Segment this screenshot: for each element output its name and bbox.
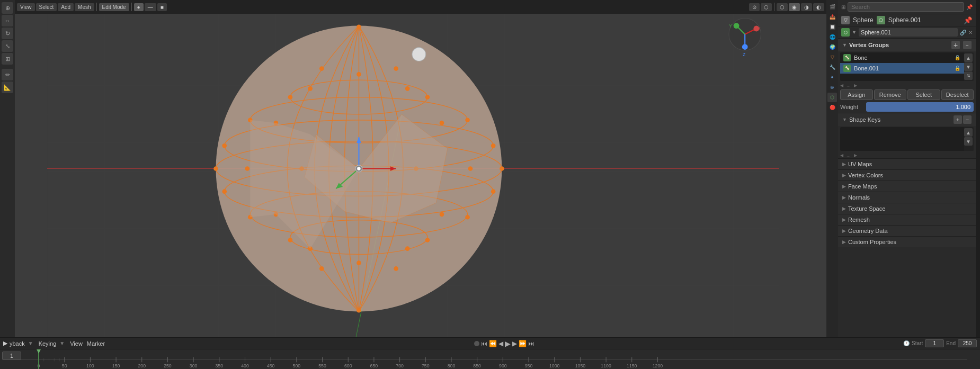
shape-key-up-btn[interactable]: ▲ (964, 128, 973, 137)
keying-label[interactable]: Keying (39, 340, 57, 347)
play-btn[interactable]: ▶ (505, 339, 511, 348)
solid-shading-btn[interactable]: ◉ (789, 3, 800, 11)
view-label[interactable]: View (70, 340, 83, 347)
cursor-tool-icon[interactable]: ⊕ (2, 2, 13, 14)
vg-collapse-arrow: ▼ (842, 42, 847, 48)
viewport-toolbar: View Select Add Mesh Edit Mode ● — ■ ⊙ ⬡… (15, 0, 826, 14)
bone-lock-btn[interactable]: 🔓 (954, 54, 961, 61)
jump-end-btn[interactable]: ⏭ (528, 340, 534, 347)
scale-tool-icon[interactable]: ⤡ (2, 40, 13, 52)
move-up-btn[interactable]: ▲ (964, 53, 973, 62)
sphere-canvas: X Y Z (0, 0, 826, 337)
face-maps-header[interactable]: ▶ Face Maps (838, 181, 976, 192)
remove-vertex-group-btn[interactable]: − (963, 41, 972, 49)
assign-btn[interactable]: Assign (840, 89, 873, 100)
move-tool-icon[interactable]: ↔ (2, 15, 13, 26)
jump-start-btn[interactable]: ⏮ (481, 340, 487, 347)
viewport-select-menu[interactable]: Select (36, 3, 57, 11)
remove-btn[interactable]: Remove (874, 89, 907, 100)
svg-text:750: 750 (422, 363, 430, 368)
measure-icon[interactable]: 📐 (2, 82, 13, 93)
svg-text:1100: 1100 (601, 363, 611, 368)
bone001-lock-btn[interactable]: 🔓 (954, 65, 961, 72)
world-props-icon[interactable]: 🌍 (827, 42, 837, 52)
transform-tool-icon[interactable]: ⊞ (2, 53, 13, 65)
remesh-title: Remesh (848, 217, 870, 223)
geometry-data-header[interactable]: ▶ Geometry Data (838, 226, 976, 236)
shape-keys-header[interactable]: ▼ Shape Keys + − (838, 113, 976, 126)
edge-select-mode[interactable]: — (145, 3, 156, 11)
shape-key-down-btn[interactable]: ▼ (964, 137, 973, 146)
list-next-btn[interactable]: ▶ (854, 83, 857, 88)
wireframe-shading-btn[interactable]: ⬡ (777, 3, 788, 11)
mesh-name-input[interactable] (859, 28, 958, 37)
viewport-add-menu[interactable]: Add (58, 3, 74, 11)
list-prev-btn[interactable]: ◀ (840, 83, 843, 88)
prev-keyframe-btn[interactable]: ◀ (498, 340, 503, 347)
svg-text:450: 450 (267, 363, 275, 368)
viewport-view-menu[interactable]: View (17, 3, 35, 11)
overlay-btn[interactable]: ⊙ (749, 3, 760, 11)
render-shading-btn[interactable]: ◐ (813, 3, 824, 11)
next-keyframe-btn[interactable]: ▶ (512, 340, 517, 347)
vertex-group-item-bone[interactable]: 🦴 Bone 🔓 (840, 52, 964, 63)
prev-frame-btn[interactable]: ⏪ (489, 340, 497, 347)
viewport-mode-btn[interactable]: Edit Mode (99, 3, 129, 11)
marker-label[interactable]: Marker (87, 340, 105, 347)
add-vertex-group-btn[interactable]: + (951, 41, 960, 49)
svg-point-39 (425, 238, 430, 242)
vertex-groups-title: Vertex Groups (849, 42, 889, 48)
material-shading-btn[interactable]: ◑ (801, 3, 812, 11)
rotate-tool-icon[interactable]: ↻ (2, 28, 13, 39)
sort-btn[interactable]: ⇅ (964, 71, 973, 80)
select-btn[interactable]: Select (907, 89, 940, 100)
shape-key-next-btn[interactable]: ▶ (854, 153, 857, 158)
playback-label[interactable]: ▶ (3, 340, 7, 347)
annotate-icon[interactable]: ✏ (2, 69, 13, 80)
vertex-colors-header[interactable]: ▶ Vertex Colors (838, 170, 976, 181)
mesh-link-icon[interactable]: 🔗 (960, 30, 966, 35)
playback-text[interactable]: yback (10, 340, 25, 347)
physics-icon[interactable]: ⊕ (827, 83, 837, 92)
view-layer-icon[interactable]: 🔲 (827, 22, 837, 32)
current-frame-display: 1 (2, 352, 21, 360)
weight-slider[interactable]: 1.000 (866, 102, 974, 112)
texture-space-header[interactable]: ▶ Texture Space (838, 203, 976, 214)
render-props-icon[interactable]: 🎬 (827, 2, 837, 12)
panel-scrollbar[interactable] (976, 0, 980, 337)
normals-header[interactable]: ▶ Normals (838, 192, 976, 203)
xray-btn[interactable]: ⬡ (761, 3, 772, 11)
output-props-icon[interactable]: 📤 (827, 12, 837, 22)
object-props-icon[interactable]: ▽ (827, 52, 837, 62)
particles-icon[interactable]: ✦ (827, 73, 837, 82)
end-frame-input[interactable] (958, 339, 977, 347)
mesh-down-arrow: ▼ (852, 30, 857, 35)
vertex-select-mode[interactable]: ● (134, 3, 144, 11)
remesh-header[interactable]: ▶ Remesh (838, 214, 976, 225)
right-panel-wrapper: 🎬 📤 🔲 🌐 🌍 ▽ 🔧 ✦ ⊕ ⬡ 🔴 ⊞ 📌 ▽ Sphere (826, 0, 980, 337)
remove-shape-key-btn[interactable]: − (963, 115, 972, 124)
svg-point-47 (491, 189, 496, 194)
pin-icon[interactable]: 📌 (966, 4, 973, 10)
shape-key-prev-btn[interactable]: ◀ (840, 153, 843, 158)
add-shape-key-btn[interactable]: + (954, 115, 962, 124)
pin-object-icon[interactable]: 📌 (964, 16, 973, 24)
scene-props-icon[interactable]: 🌐 (827, 32, 837, 42)
timeline-header: ▶ yback ▼ Keying ▼ View Marker ⏮ ⏪ ◀ ▶ ▶… (0, 338, 980, 349)
custom-properties-header[interactable]: ▶ Custom Properties (838, 237, 976, 247)
search-input[interactable] (848, 2, 964, 12)
modifier-props-icon[interactable]: 🔧 (827, 62, 837, 72)
svg-text:550: 550 (318, 363, 326, 368)
uv-maps-header[interactable]: ▶ UV Maps (838, 159, 976, 169)
vertex-groups-header[interactable]: ▼ Vertex Groups + − (838, 39, 976, 51)
mesh-unlink-icon[interactable]: ✕ (968, 30, 973, 35)
start-frame-input[interactable] (925, 339, 944, 347)
move-down-btn[interactable]: ▼ (964, 62, 973, 71)
material-props-icon[interactable]: 🔴 (827, 103, 837, 112)
vertex-group-item-bone001[interactable]: 🦴 Bone.001 🔓 (840, 63, 964, 74)
viewport-mesh-menu[interactable]: Mesh (75, 3, 94, 11)
deselect-btn[interactable]: Deselect (941, 89, 974, 100)
next-frame-btn[interactable]: ⏩ (519, 340, 527, 347)
face-select-mode[interactable]: ■ (157, 3, 167, 11)
mesh-data-icon[interactable]: ⬡ (827, 93, 837, 102)
